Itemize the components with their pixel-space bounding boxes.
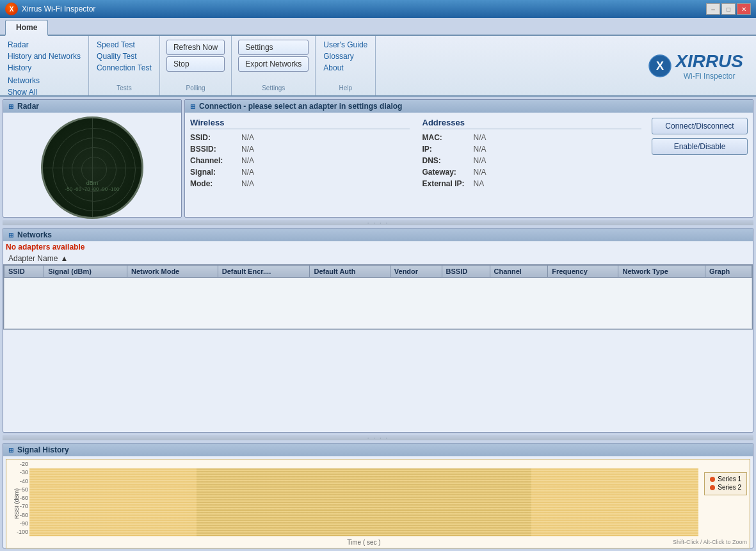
radar-display: dBm -50 -60 -70 -80 -90 -100 — [41, 116, 143, 219]
connection-section-header[interactable]: ⊞ Connection - please select an adapter … — [185, 100, 753, 113]
chart-area[interactable]: -20 -30 -40 -50 -60 -70 -80 -90 -100 RSS… — [6, 459, 750, 548]
resize-handle-1[interactable]: · · · · — [3, 220, 753, 225]
col-ssid[interactable]: SSID — [4, 266, 44, 278]
radar-section-title: Radar — [17, 102, 39, 111]
mac-row: MAC: N/A — [422, 133, 642, 142]
chart-plot[interactable] — [29, 461, 698, 536]
toolbar-link-networks[interactable]: Networks — [6, 76, 41, 86]
external-ip-label: External IP: — [422, 179, 474, 188]
toolbar-link-users-guide[interactable]: User's Guide — [322, 40, 369, 50]
logo-text: X XIRRUS Wi-Fi Inspector — [648, 51, 743, 81]
connect-disconnect-button[interactable]: Connect/Disconnect — [652, 118, 748, 134]
logo-product: Wi-Fi Inspector — [675, 72, 743, 81]
networks-section-header[interactable]: ⊞ Networks — [3, 228, 753, 241]
dns-row: DNS: N/A — [422, 156, 642, 165]
legend-dot-series1 — [710, 477, 715, 482]
legend-item-series1: Series 1 — [710, 475, 741, 483]
col-frequency[interactable]: Frequency — [548, 266, 618, 278]
stop-polling-button[interactable]: Stop — [166, 56, 225, 72]
channel-value: N/A — [241, 156, 254, 165]
signal-history-title: Signal History — [17, 445, 69, 454]
empty-row — [4, 278, 752, 329]
toolbar-group-polling: Refresh Now Stop Polling — [160, 36, 232, 95]
networks-table-body — [4, 278, 752, 329]
toolbar-group-help: User's Guide Glossary About Help — [316, 36, 376, 95]
bssid-value: N/A — [241, 145, 254, 154]
chart-bar-1 — [29, 468, 197, 536]
connection-section-content: Wireless SSID: N/A BSSID: N/A Channel: N… — [185, 113, 753, 196]
y-tick--40: -40 — [8, 478, 28, 484]
gateway-value: N/A — [474, 168, 487, 177]
col-vendor[interactable]: Vendor — [390, 266, 442, 278]
radar-tick-labels: dBm -50 -60 -70 -80 -90 -100 — [65, 180, 120, 193]
radar-section-header[interactable]: ⊞ Radar — [3, 100, 181, 113]
resize-handle-2[interactable]: · · · · — [3, 435, 753, 440]
toolbar-link-history[interactable]: History — [6, 63, 82, 73]
networks-content: No adapters available Adapter Name ▲ SSI… — [3, 241, 753, 432]
enable-disable-button[interactable]: Enable/Disable — [652, 138, 748, 155]
toolbar-label-tests: Tests — [95, 82, 153, 92]
channel-row: Channel: N/A — [190, 156, 410, 165]
toolbar-tests-buttons: Speed Test Quality Test Connection Test — [95, 40, 153, 82]
col-network-type[interactable]: Network Type — [618, 266, 705, 278]
toolbar-link-connection-test[interactable]: Connection Test — [95, 63, 153, 73]
toolbar-link-about[interactable]: About — [322, 63, 369, 73]
refresh-now-button[interactable]: Refresh Now — [166, 40, 225, 55]
gateway-label: Gateway: — [422, 168, 474, 177]
app-title: Xirrus Wi-Fi Inspector — [22, 4, 95, 13]
tab-home[interactable]: Home — [5, 20, 48, 36]
toolbar-link-show-all[interactable]: Show All — [6, 87, 41, 97]
external-ip-value: NA — [474, 179, 485, 188]
logo-area: X XIRRUS Wi-Fi Inspector — [636, 36, 756, 95]
col-graph[interactable]: Graph — [705, 266, 752, 278]
networks-collapse-arrow: ⊞ — [8, 232, 13, 239]
toolbar-link-glossary[interactable]: Glossary — [322, 51, 369, 61]
mac-value: N/A — [474, 133, 487, 142]
toolbar-link-history-networks[interactable]: History and Networks — [6, 51, 82, 61]
toolbar-link-speed-test[interactable]: Speed Test — [95, 40, 153, 50]
settings-button[interactable]: Settings — [238, 40, 309, 55]
chart-y-label: RSSI (dBm) — [13, 488, 20, 519]
addresses-title: Addresses — [422, 118, 642, 129]
col-signal[interactable]: Signal (dBm) — [44, 266, 127, 278]
toolbar-layout-buttons: Radar History and Networks History — [6, 40, 82, 73]
col-bssid[interactable]: BSSID — [442, 266, 490, 278]
chart-legend: Series 1 Series 2 — [704, 472, 747, 495]
titlebar: X Xirrus Wi-Fi Inspector – □ ✕ — [0, 0, 756, 18]
mode-row: Mode: N/A — [190, 179, 410, 188]
main-content: ⊞ Radar dBm -50 -60 -70 -80 -90 -100 — [0, 97, 756, 551]
legend-label-series1: Series 1 — [718, 475, 741, 483]
adapter-sort-icon[interactable]: ▲ — [60, 254, 68, 263]
signal-history-header[interactable]: ⊞ Signal History — [3, 443, 753, 456]
col-channel[interactable]: Channel — [490, 266, 548, 278]
connection-section-title: Connection - please select an adapter in… — [199, 102, 402, 111]
toolbar-link-radar[interactable]: Radar — [6, 40, 82, 50]
ssid-label: SSID: — [190, 133, 241, 142]
minimize-button[interactable]: – — [706, 3, 720, 15]
titlebar-left: X Xirrus Wi-Fi Inspector — [5, 3, 95, 15]
networks-table-wrapper[interactable]: SSID Signal (dBm) Network Mode Default E… — [3, 264, 753, 330]
mac-label: MAC: — [422, 133, 474, 142]
chart-zoom-hint: Shift-Click / Alt-Click to Zoom — [673, 539, 747, 545]
connection-data: Wireless SSID: N/A BSSID: N/A Channel: N… — [185, 113, 647, 196]
col-default-auth[interactable]: Default Auth — [310, 266, 390, 278]
y-tick--90: -90 — [8, 520, 28, 527]
signal-row: Signal: N/A — [190, 168, 410, 177]
empty-cell — [4, 278, 752, 329]
export-networks-button[interactable]: Export Networks — [238, 56, 309, 72]
radar-collapse-arrow: ⊞ — [8, 103, 13, 110]
networks-table: SSID Signal (dBm) Network Mode Default E… — [4, 265, 752, 329]
toolbar-link-quality-test[interactable]: Quality Test — [95, 51, 153, 61]
close-button[interactable]: ✕ — [737, 3, 751, 15]
col-default-encr[interactable]: Default Encr.... — [218, 266, 310, 278]
gateway-row: Gateway: N/A — [422, 168, 642, 177]
toolbar-group-tests: Speed Test Quality Test Connection Test … — [89, 36, 160, 95]
xirrus-logo-icon: X — [648, 54, 672, 77]
toolbar: Radar History and Networks History Netwo… — [0, 36, 756, 97]
col-network-mode[interactable]: Network Mode — [127, 266, 218, 278]
signal-history-panel: ⊞ Signal History -20 -30 -40 -50 -60 -70… — [3, 443, 753, 548]
signal-label: Signal: — [190, 168, 241, 177]
maximize-button[interactable]: □ — [721, 3, 736, 15]
titlebar-controls: – □ ✕ — [706, 3, 751, 15]
top-row: ⊞ Radar dBm -50 -60 -70 -80 -90 -100 — [3, 99, 753, 218]
